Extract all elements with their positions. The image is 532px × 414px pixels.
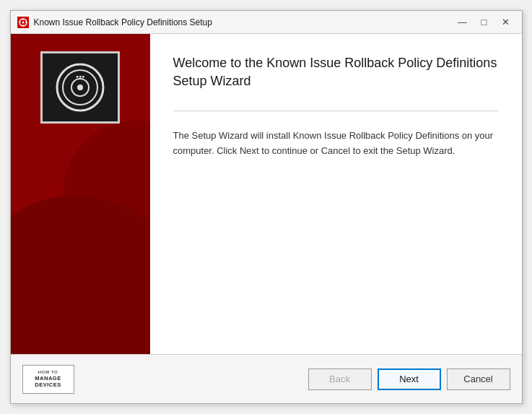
svg-point-2: [22, 21, 24, 23]
window-title: Known Issue Rollback Policy Definitions …: [34, 17, 453, 27]
restore-button[interactable]: □: [474, 14, 494, 30]
setup-window: Known Issue Rollback Policy Definitions …: [10, 10, 523, 404]
footer-logo-top: HOW TO: [38, 370, 58, 375]
welcome-heading: Welcome to the Known Issue Rollback Poli…: [173, 54, 499, 90]
minimize-button[interactable]: —: [453, 14, 473, 30]
footer-logo: HOW TO MANAGE DEVICES: [22, 365, 74, 394]
window-controls: — □ ✕: [453, 14, 516, 30]
next-button[interactable]: Next: [378, 368, 441, 390]
svg-text:●●●: ●●●: [76, 74, 85, 79]
right-panel: Welcome to the Known Issue Rollback Poli…: [150, 34, 522, 354]
title-bar-icon: [17, 16, 30, 29]
left-panel: ●●●: [11, 34, 150, 354]
wizard-logo-box: ●●●: [40, 51, 120, 124]
divider: [173, 111, 499, 111]
back-button[interactable]: Back: [308, 368, 372, 390]
content-area: ●●● Welcome to the Known Issue Rollback …: [11, 34, 522, 354]
footer-logo-middle: MANAGE: [35, 375, 61, 381]
svg-point-10: [77, 85, 83, 90]
close-button[interactable]: ✕: [496, 14, 516, 30]
description-text: The Setup Wizard will install Known Issu…: [173, 129, 499, 159]
footer-buttons: Back Next Cancel: [308, 368, 510, 390]
footer: HOW TO MANAGE DEVICES Back Next Cancel: [11, 354, 522, 403]
cancel-button[interactable]: Cancel: [447, 368, 510, 390]
title-bar: Known Issue Rollback Policy Definitions …: [11, 11, 522, 34]
footer-logo-bottom: DEVICES: [35, 381, 61, 388]
disc-icon: ●●●: [55, 62, 105, 113]
